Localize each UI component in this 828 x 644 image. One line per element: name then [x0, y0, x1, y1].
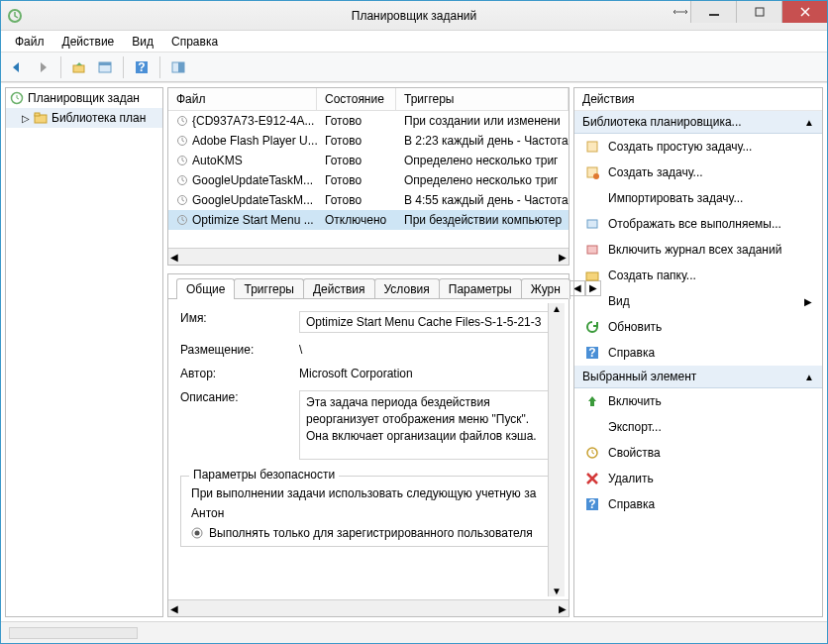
chevron-right-icon: ▶	[804, 296, 812, 307]
collapse-icon[interactable]: ▲	[804, 117, 814, 128]
location-label: Размещение:	[180, 343, 299, 357]
svg-rect-25	[587, 246, 597, 254]
menubar: Файл Действие Вид Справка	[1, 31, 827, 53]
scroll-left-icon[interactable]: ◀	[170, 252, 178, 263]
col-state[interactable]: Состояние	[317, 88, 396, 110]
menu-action[interactable]: Действие	[54, 33, 123, 51]
scroll-left-icon[interactable]: ◀	[170, 603, 178, 614]
tab-triggers[interactable]: Триггеры	[234, 278, 304, 299]
actions-section-selected[interactable]: Выбранный элемент ▲	[574, 366, 822, 388]
refresh-icon	[584, 319, 600, 335]
clock-icon	[176, 155, 188, 166]
clock-icon	[176, 194, 188, 206]
action-create-basic-task[interactable]: Создать простую задачу...	[574, 134, 822, 160]
help-icon: ?	[584, 496, 600, 512]
security-label: При выполнении задачи использовать следу…	[191, 486, 546, 500]
tab-general-content: Имя: Optimize Start Menu Cache Files-S-1…	[168, 298, 569, 616]
running-icon	[584, 216, 600, 232]
action-create-task[interactable]: Создать задачу...	[574, 160, 822, 185]
clock-icon	[176, 174, 188, 186]
collapse-icon[interactable]: ▲	[804, 372, 814, 382]
actions-section-library[interactable]: Библиотека планировщика... ▲	[574, 111, 822, 134]
menu-view[interactable]: Вид	[124, 33, 161, 51]
location-value: \	[299, 343, 557, 357]
svg-rect-9	[178, 62, 184, 72]
name-label: Имя:	[180, 311, 299, 333]
action-import-task[interactable]: Импортировать задачу...	[574, 185, 822, 211]
task-list[interactable]: Файл Состояние Триггеры {CD937A73-E912-4…	[167, 87, 569, 266]
statusbar	[1, 621, 827, 643]
tab-settings[interactable]: Параметры	[439, 278, 522, 299]
tab-general[interactable]: Общие	[176, 278, 235, 299]
properties-button[interactable]	[93, 55, 117, 79]
toolbar-separator	[60, 56, 61, 78]
tab-conditions[interactable]: Условия	[374, 278, 440, 299]
task-row[interactable]: Optimize Start Menu ... Отключено При бе…	[168, 210, 569, 230]
tree-library[interactable]: ▷ Библиотека план	[6, 108, 162, 128]
action-enable-history[interactable]: Включить журнал всех заданий	[574, 237, 822, 263]
tab-strip: Общие Триггеры Действия Условия Параметр…	[168, 277, 569, 298]
app-icon	[7, 8, 23, 24]
tab-actions[interactable]: Действия	[303, 278, 375, 299]
vertical-scrollbar[interactable]: ▲ ▼	[548, 303, 565, 596]
action-help[interactable]: ?Справка	[574, 340, 822, 366]
task-list-header: Файл Состояние Триггеры	[168, 88, 569, 111]
actions-pane: Действия Библиотека планировщика... ▲ Со…	[573, 87, 823, 617]
tree-pane[interactable]: Планировщик задан ▷ Библиотека план	[5, 87, 163, 617]
status-segment	[9, 627, 138, 639]
task-row[interactable]: Adobe Flash Player U... Готово В 2:23 ка…	[168, 131, 569, 151]
scroll-up-icon[interactable]: ▲	[552, 303, 562, 314]
scroll-right-icon[interactable]: ▶	[559, 603, 567, 614]
forward-button[interactable]	[31, 55, 54, 79]
action-delete[interactable]: Удалить	[574, 466, 822, 491]
export-icon	[584, 419, 600, 435]
name-field[interactable]: Optimize Start Menu Cache Files-S-1-5-21…	[299, 311, 557, 333]
action-show-running[interactable]: Отображать все выполняемы...	[574, 211, 822, 237]
app-body: Планировщик задан ▷ Библиотека план Файл…	[1, 82, 827, 621]
tree-root[interactable]: Планировщик задан	[6, 88, 162, 108]
menu-help[interactable]: Справка	[163, 33, 226, 51]
svg-point-20	[195, 531, 200, 536]
close-button[interactable]	[781, 1, 827, 23]
col-file[interactable]: Файл	[168, 88, 317, 110]
action-new-folder[interactable]: Создать папку...	[574, 263, 822, 288]
action-enable[interactable]: Включить	[574, 388, 822, 414]
action-export[interactable]: Экспорт...	[574, 414, 822, 440]
actions-title: Действия	[574, 88, 822, 111]
scroll-down-icon[interactable]: ▼	[552, 586, 562, 596]
show-pane-button[interactable]	[166, 55, 190, 79]
col-triggers[interactable]: Триггеры	[396, 88, 569, 110]
task-icon	[584, 164, 600, 180]
horizontal-scrollbar[interactable]: ◀ ▶	[168, 248, 569, 265]
svg-rect-21	[587, 142, 597, 152]
help-button[interactable]: ?	[130, 55, 154, 79]
action-view[interactable]: Вид▶	[574, 288, 822, 314]
task-row[interactable]: AutoKMS Готово Определено несколько триг	[168, 151, 569, 170]
horizontal-scrollbar[interactable]: ◀ ▶	[168, 599, 569, 616]
view-icon	[584, 293, 600, 309]
svg-rect-2	[756, 8, 764, 16]
security-title: Параметры безопасности	[189, 468, 339, 482]
expand-icon[interactable]: ▷	[22, 113, 30, 124]
menu-file[interactable]: Файл	[7, 33, 52, 51]
scroll-right-icon[interactable]: ▶	[559, 252, 567, 263]
action-properties[interactable]: Свойства	[574, 440, 822, 466]
task-row[interactable]: GoogleUpdateTaskM... Готово Определено н…	[168, 170, 569, 190]
tab-history[interactable]: Журн	[521, 278, 570, 299]
folder-up-button[interactable]	[67, 55, 91, 79]
titlebar[interactable]: Планировщик заданий	[1, 1, 827, 31]
radio-icon[interactable]	[191, 527, 203, 539]
action-refresh[interactable]: Обновить	[574, 314, 822, 340]
properties-icon	[584, 445, 600, 461]
task-row[interactable]: GoogleUpdateTaskM... Готово В 4:55 кажды…	[168, 190, 569, 210]
action-help-2[interactable]: ?Справка	[574, 491, 822, 517]
enable-icon	[584, 393, 600, 409]
minimize-button[interactable]	[690, 1, 736, 23]
svg-rect-3	[73, 65, 84, 72]
tree-library-label: Библиотека план	[52, 111, 146, 125]
task-row[interactable]: {CD937A73-E912-4A... Готово При создании…	[168, 111, 569, 131]
back-button[interactable]	[5, 55, 29, 79]
desc-field[interactable]: Эта задача периода бездействия реорганиз…	[299, 390, 557, 460]
window-controls	[690, 1, 827, 23]
maximize-button[interactable]	[736, 1, 781, 23]
